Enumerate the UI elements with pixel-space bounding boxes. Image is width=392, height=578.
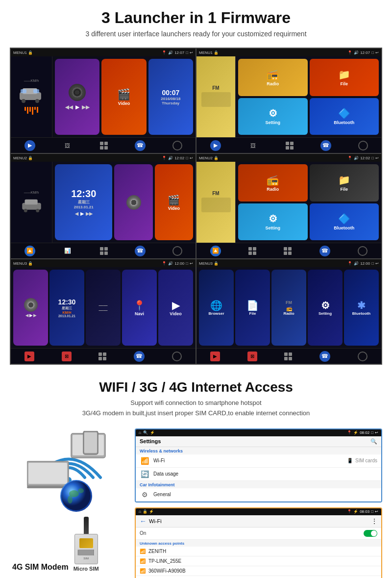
play3[interactable]: ▶ — [29, 313, 32, 318]
dock-image-btn[interactable]: 🖼 — [62, 140, 73, 151]
zenith-signal-icon: 📶 — [140, 549, 146, 554]
status3-right: 📍 🔊 12:00 □ ↩ — [162, 261, 193, 266]
dock-phone-btn[interactable]: ☎ — [135, 140, 146, 151]
radio-tile[interactable]: 📻 Radio — [238, 59, 308, 96]
wifi-title: WIFI / 3G / 4G Internet Access — [5, 379, 387, 395]
wifi-row[interactable]: 📶 Wi-Fi 📱 SIM cards — [136, 454, 381, 468]
clock-tile-2[interactable]: 12:30 星期三 2013.01.21 ◀ ▶ ▶▶ — [55, 164, 112, 240]
dock-play-btn[interactable]: ▶ — [24, 140, 35, 151]
menu2-right-dock: 🔼 ☎ — [196, 243, 381, 258]
network-zenith-row[interactable]: 📶 ZENITH — [136, 547, 381, 556]
dock-grid3r[interactable] — [284, 352, 292, 360]
prev-btn[interactable]: ◀◀ — [65, 104, 73, 110]
speed-tile-3[interactable]: —— —— — [86, 270, 121, 346]
dock-red3b[interactable]: ⊠ — [62, 352, 72, 361]
dock-home2r[interactable] — [358, 246, 368, 256]
menu2-left-body: ——KM/h 12:30 — [11, 162, 196, 243]
wifi-subtitle-1: Support wifi connection to smartphone ho… — [5, 398, 387, 408]
music-tile-2[interactable] — [114, 164, 152, 240]
speed-lines2: —— — [99, 308, 108, 313]
wifi-row-icon: 📶 — [140, 457, 149, 465]
setting-tile-2[interactable]: ⚙ Setting — [238, 203, 308, 241]
play-btn[interactable]: ▶ — [75, 104, 79, 110]
browser-tile[interactable]: 🌐 Browser — [199, 270, 234, 346]
general-row[interactable]: ⚙ General — [136, 488, 381, 502]
sim-chip — [79, 538, 93, 548]
dock-img-r[interactable]: 🖼 — [248, 140, 259, 151]
menu3-left-dock: ▶ ⊠ ☎ — [11, 348, 196, 364]
svg-point-20 — [78, 488, 84, 493]
wifi-back-btn[interactable]: ← — [140, 517, 147, 525]
loc3r: 📍 — [347, 261, 352, 266]
network-tplink-row[interactable]: 📶 TP-LINK_255E — [136, 556, 381, 566]
dock-phone3[interactable]: ☎ — [134, 351, 145, 362]
dock-eq2[interactable]: 📊 — [62, 246, 73, 256]
dock-grid2r2[interactable] — [284, 247, 292, 255]
dock-home-r[interactable] — [358, 141, 368, 151]
next-btn[interactable]: ▶▶ — [82, 104, 90, 110]
dock-red3[interactable]: ▶ — [24, 352, 34, 361]
file-tile-3[interactable]: 📄 File — [235, 270, 270, 346]
dock-grid-r[interactable] — [286, 142, 294, 150]
radio-tile-2[interactable]: 📻 Radio — [238, 164, 308, 201]
prev3[interactable]: ◀ — [25, 313, 28, 318]
clock-tile-3[interactable]: 12:30 星期三 KM/H 2013.01.21 — [49, 270, 84, 346]
setting-tile-3[interactable]: ⚙ Setting — [308, 270, 343, 346]
dock-red3rb[interactable]: ⊠ — [247, 352, 257, 361]
car-section-label: Car Infotainment — [136, 481, 381, 488]
dock-phone2r[interactable]: ☎ — [319, 246, 330, 256]
settings-search-btn[interactable]: 🔍 — [370, 438, 377, 445]
music-tile[interactable]: ◀◀ ▶ ▶▶ — [55, 59, 99, 135]
radio-tile-3[interactable]: FM 📻 Radio — [271, 270, 306, 346]
bluetooth-tile-3[interactable]: ✱ Bluetooth — [344, 270, 379, 346]
clock-tile[interactable]: 00:07 2016/08/18 Thursday — [148, 59, 193, 135]
wifi-toggle[interactable] — [364, 530, 377, 537]
dock-play-btn-r[interactable]: ▶ — [210, 140, 221, 151]
car-svg — [16, 83, 45, 103]
dock-phone2[interactable]: ☎ — [135, 246, 146, 256]
location-icon: 📍 — [162, 50, 167, 55]
bluetooth-tile[interactable]: 🔷 Bluetooth — [310, 98, 379, 135]
music-disc-2 — [126, 195, 141, 210]
clock3-date: 2013.01.21 — [58, 314, 75, 318]
dock-home2[interactable] — [172, 246, 182, 256]
next3[interactable]: ▶ — [33, 313, 36, 318]
bluetooth-tile-2[interactable]: 🔷 Bluetooth — [310, 203, 379, 241]
dock-grid3[interactable] — [98, 352, 106, 360]
time2: 12:02 — [174, 156, 184, 160]
dock-nav2r[interactable]: 🔼 — [210, 246, 221, 256]
setting-label-3: Setting — [318, 311, 332, 316]
network-360wifi-row[interactable]: 📶 360WiFi-A9090B — [136, 566, 381, 576]
data-usage-row[interactable]: 🔄 Data usage — [136, 468, 381, 481]
page-wrapper: 3 Launcher in 1 Firmware 3 different use… — [0, 0, 392, 578]
music-tile-3[interactable]: ◀ ▶ ▶ — [13, 270, 48, 346]
dock-grid2[interactable] — [100, 247, 108, 255]
file-tile[interactable]: 📁 File — [310, 59, 379, 96]
dock-grid2r[interactable] — [248, 247, 256, 255]
setting-tile[interactable]: ⚙ Setting — [238, 98, 308, 135]
wifi-popup-more[interactable]: ⋮ — [371, 518, 377, 525]
file-tile-2[interactable]: 📁 File — [310, 164, 379, 201]
tplink-signal-icon: 📶 — [140, 558, 146, 564]
dock-phone-r[interactable]: ☎ — [320, 140, 331, 151]
g4 — [104, 146, 108, 150]
network-cmcc-row[interactable]: 📶 CMCC-AUTO — [136, 576, 381, 578]
dock-red3r[interactable]: ▶ — [210, 352, 220, 361]
prev2[interactable]: ◀ — [75, 211, 78, 216]
video-tile[interactable]: 🎬 Video — [101, 59, 146, 135]
dock-phone3r[interactable]: ☎ — [319, 351, 330, 362]
video-tile-3[interactable]: ▶ Video — [158, 270, 193, 346]
back3r: ↩ — [375, 261, 379, 266]
dock-home3r[interactable] — [358, 352, 368, 361]
dock-home-btn[interactable] — [172, 141, 182, 151]
dock-nav2[interactable]: 🔼 — [24, 246, 35, 256]
play2[interactable]: ▶ — [80, 211, 84, 216]
next2[interactable]: ▶▶ — [86, 211, 93, 216]
video-tile-2[interactable]: 🎬 Video — [155, 164, 193, 240]
dock-grid-btn[interactable] — [100, 142, 108, 150]
lock3r: 🔒 — [214, 261, 219, 266]
menu2-left-panel: MENU2 🔒 📍 🔊 12:02 □ ↩ ——KM/h — [10, 153, 196, 259]
navi-tile[interactable]: 📍 Navi — [122, 270, 157, 346]
dock-home3[interactable] — [172, 352, 182, 361]
file-icon-2: 📁 — [338, 174, 350, 186]
